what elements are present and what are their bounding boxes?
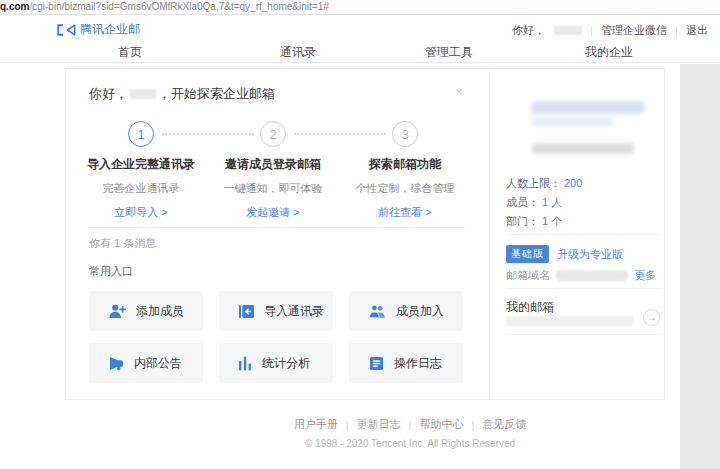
entry-label: 添加成员: [136, 303, 184, 320]
app-logo[interactable]: 腾讯企业邮: [57, 21, 140, 38]
stat-departments: 部门：1 个: [506, 214, 562, 229]
import-contacts-button[interactable]: 导入通讯录: [219, 291, 333, 331]
step-1-circle: 1: [128, 121, 154, 147]
announcement-button[interactable]: 内部公告: [89, 343, 203, 383]
entry-label: 成员加入: [396, 303, 444, 320]
step-1-desc: 完善企业通讯录: [66, 181, 216, 196]
step-2-desc: 一键通知，即可体验: [198, 181, 348, 196]
message-count-link[interactable]: 你有 1 条消息: [89, 236, 156, 251]
my-mailbox-title: 我的邮箱: [506, 299, 554, 316]
add-member-button[interactable]: 添加成员: [89, 291, 203, 331]
footer-separator: |: [409, 419, 412, 431]
stat-members: 成员：1 人: [506, 195, 562, 210]
footer-separator: |: [471, 419, 474, 431]
copyright-text: © 1998 - 2020 Tencent Inc. All Rights Re…: [305, 438, 515, 449]
stat-label: 人数上限：: [506, 177, 561, 189]
domain-row: 邮箱域名 更多: [506, 268, 656, 283]
stat-label: 成员：: [506, 196, 539, 208]
url-path: /cgi-bin/bizmail?sid=Gms6vOMfRkXla0Qa,7&…: [29, 1, 328, 12]
greeting-text: 你好，: [512, 23, 545, 38]
sidebar-divider: [506, 334, 662, 335]
greeting-suffix: ，开始探索企业邮箱: [158, 85, 275, 103]
stat-value: 1 人: [542, 196, 562, 208]
plan-row: 基础版 升级为专业版: [506, 245, 623, 263]
redacted-admin-name: [130, 89, 156, 99]
header-separator: [591, 26, 592, 36]
greeting-prefix: 你好，: [89, 85, 128, 103]
statistics-icon: [239, 356, 252, 371]
step-2: 邀请成员登录邮箱 一键通知，即可体验 发起邀请 >: [198, 156, 348, 220]
screen: q.com/cgi-bin/bizmail?sid=Gms6vOMfRkXla0…: [0, 0, 720, 469]
stat-value: 1 个: [542, 215, 562, 227]
import-contacts-icon: [239, 304, 254, 319]
tab-my-enterprise[interactable]: 我的企业: [585, 44, 633, 61]
step-connector: [162, 133, 254, 135]
more-link[interactable]: 更多: [634, 268, 656, 283]
plan-badge: 基础版: [506, 245, 549, 263]
url-host: q.com: [0, 1, 29, 12]
footer-link-feedback[interactable]: 意见反馈: [482, 417, 526, 432]
footer-link-user-manual[interactable]: 用户手册: [294, 417, 338, 432]
main-nav: 首页 通讯录 管理工具 我的企业: [0, 41, 720, 63]
tab-contacts[interactable]: 通讯录: [280, 44, 316, 61]
exmail-logo-icon: [57, 24, 76, 36]
close-icon[interactable]: ×: [452, 85, 466, 99]
header-separator: [676, 26, 677, 36]
tab-home[interactable]: 首页: [118, 44, 142, 61]
redacted-email-address: [507, 316, 633, 326]
tab-admin-tools[interactable]: 管理工具: [425, 44, 473, 61]
entry-label: 导入通讯录: [264, 303, 324, 320]
entry-label: 统计分析: [262, 355, 310, 372]
step-1: 导入企业完整通讯录 完善企业通讯录 立即导入 >: [66, 156, 216, 220]
redacted-company-subtitle: [532, 118, 612, 126]
entry-label: 操作日志: [394, 355, 442, 372]
step-connector: [294, 133, 386, 135]
step-1-action-link[interactable]: 立即导入 >: [66, 205, 216, 220]
announcement-icon: [109, 356, 124, 371]
domain-label: 邮箱域名: [506, 268, 550, 283]
sidebar-divider: [506, 234, 662, 235]
home-card: 你好， ，开始探索企业邮箱 × 1 2 3 导入企业完整通讯录 完善企业通讯录 …: [65, 68, 665, 400]
redacted-org-info: [532, 143, 634, 154]
sidebar-divider: [506, 288, 662, 289]
header-user-area: 你好， 管理企业微信 退出: [512, 23, 708, 38]
manage-wechat-link[interactable]: 管理企业微信: [601, 23, 667, 38]
quick-entry-title: 常用入口: [89, 264, 133, 279]
redacted-username: [554, 26, 582, 35]
arrow-right-icon: →: [647, 312, 657, 323]
footer-link-changelog[interactable]: 更新日志: [357, 417, 401, 432]
redacted-domain: [556, 270, 628, 281]
onboarding-greeting: 你好， ，开始探索企业邮箱: [89, 85, 275, 103]
stat-label: 部门：: [506, 215, 539, 227]
section-divider: [89, 227, 466, 228]
step-3-desc: 个性定制，综合管理: [330, 181, 480, 196]
operation-log-button[interactable]: 操作日志: [349, 343, 463, 383]
step-3-action-link[interactable]: 前往查看 >: [330, 205, 480, 220]
step-3: 探索邮箱功能 个性定制，综合管理 前往查看 >: [330, 156, 480, 220]
logout-link[interactable]: 退出: [686, 23, 708, 38]
member-join-icon: [369, 304, 386, 319]
browser-address-bar[interactable]: q.com/cgi-bin/bizmail?sid=Gms6vOMfRkXla0…: [0, 0, 720, 15]
step-2-circle: 2: [260, 121, 286, 147]
upgrade-link[interactable]: 升级为专业版: [557, 247, 623, 262]
footer-link-help-center[interactable]: 帮助中心: [419, 417, 463, 432]
redacted-company-name: [532, 101, 644, 114]
go-to-mailbox-button[interactable]: →: [643, 309, 660, 326]
step-3-title: 探索邮箱功能: [330, 156, 480, 173]
step-2-action-link[interactable]: 发起邀请 >: [198, 205, 348, 220]
operation-log-icon: [369, 356, 384, 371]
entry-label: 内部公告: [134, 355, 182, 372]
footer-separator: |: [346, 419, 349, 431]
logo-text: 腾讯企业邮: [80, 21, 140, 38]
statistics-button[interactable]: 统计分析: [219, 343, 333, 383]
stat-member-limit: 人数上限：200: [506, 176, 582, 191]
footer-links: 用户手册 | 更新日志 | 帮助中心 | 意见反馈: [294, 417, 527, 432]
member-join-button[interactable]: 成员加入: [349, 291, 463, 331]
app-header: 腾讯企业邮 你好， 管理企业微信 退出: [0, 15, 720, 41]
step-1-title: 导入企业完整通讯录: [66, 156, 216, 173]
add-member-icon: [109, 304, 126, 319]
step-2-title: 邀请成员登录邮箱: [198, 156, 348, 173]
step-3-circle: 3: [392, 121, 418, 147]
stat-value: 200: [564, 177, 582, 189]
page-gutter: [680, 64, 720, 469]
